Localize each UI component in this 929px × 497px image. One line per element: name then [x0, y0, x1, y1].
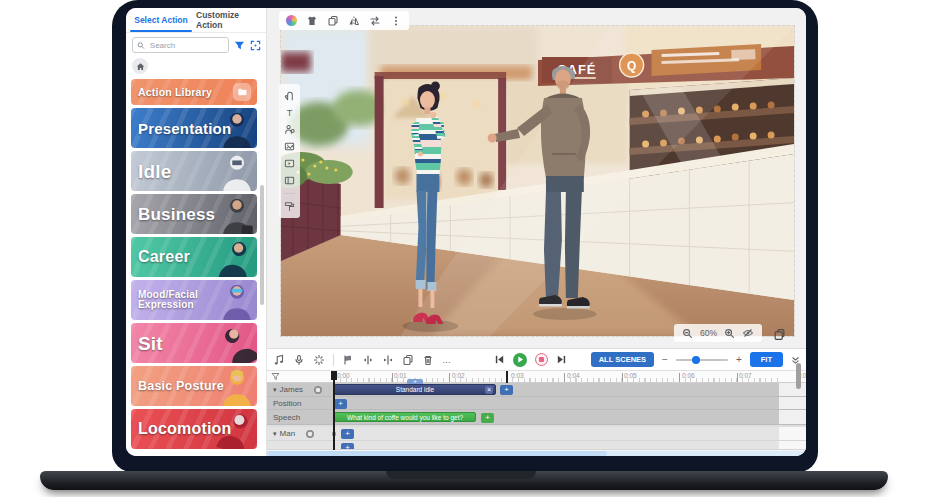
curve-flag-icon [342, 354, 354, 366]
filter-button[interactable] [234, 40, 245, 51]
scrollbar-handle[interactable] [267, 451, 607, 456]
add-position-key-button[interactable]: + [334, 399, 347, 409]
swap-arrows-icon [369, 15, 381, 27]
timeline-more-button[interactable]: … [442, 355, 452, 365]
add-action-button[interactable]: + [341, 429, 354, 439]
skip-start-button[interactable] [494, 354, 505, 365]
text-tool-button[interactable]: T [284, 107, 295, 118]
clip-standard-idle[interactable]: Standard idle × [334, 384, 496, 395]
add-effect-button[interactable] [313, 354, 325, 366]
add-music-button[interactable] [273, 354, 285, 366]
timeline-horizontal-scrollbar[interactable] [267, 451, 806, 456]
panel-layout-button[interactable] [284, 175, 295, 186]
category-presentation[interactable]: Presentation [131, 108, 257, 148]
delete-clip-button[interactable] [422, 354, 434, 366]
effect-spark-icon [313, 354, 325, 366]
action-panel: Select Action Customize Action [126, 8, 267, 456]
scene-canvas[interactable]: CAFÉ Q [280, 25, 795, 337]
tab-customize-action[interactable]: Customize Action [196, 8, 266, 32]
category-career[interactable]: Career [131, 237, 257, 277]
track-filter-button[interactable] [271, 372, 280, 381]
track-visibility-toggle[interactable] [314, 386, 322, 394]
viewport-toolbar [279, 11, 409, 30]
timeline-zoom-out[interactable]: − [662, 355, 668, 365]
panel-tabs: Select Action Customize Action [126, 8, 266, 33]
home-button[interactable] [132, 58, 148, 74]
character-tool-button[interactable] [284, 124, 295, 135]
character-style-button[interactable] [286, 15, 297, 26]
timeline-ruler[interactable]: 0:00 0:01 0:02 0:03 0:04 0:05 0:06 0:07 … [267, 371, 806, 383]
zoom-in-button[interactable] [724, 328, 735, 339]
stop-button[interactable] [535, 353, 548, 366]
character-icon [284, 124, 295, 135]
zoom-out-button[interactable] [682, 328, 693, 339]
category-scrollbar[interactable] [260, 185, 264, 305]
stop-icon [539, 357, 544, 362]
shirt-icon [306, 15, 318, 27]
mirror-button[interactable] [348, 15, 360, 27]
transition-curve-button[interactable] [342, 354, 354, 366]
category-sit[interactable]: Sit [131, 323, 257, 363]
clip-speech[interactable]: What kind of coffe would you like to get… [334, 412, 476, 422]
play-button[interactable] [513, 353, 527, 367]
tab-select-action[interactable]: Select Action [126, 8, 196, 32]
copy-icon [402, 354, 414, 366]
kebab-menu-icon [390, 15, 402, 27]
category-mood-facial-expression[interactable]: Mood/Facial Expression [131, 280, 257, 320]
add-speech-button[interactable]: + [481, 413, 494, 423]
transition-handle[interactable]: + [407, 379, 423, 384]
copy-clip-button[interactable] [402, 354, 414, 366]
playhead[interactable] [331, 371, 337, 380]
image-tool-button[interactable] [284, 141, 295, 152]
home-icon [136, 62, 145, 71]
track-label-position[interactable]: Position [267, 397, 331, 409]
track-label-james[interactable]: ▾ James [267, 383, 331, 396]
timeline-zoom-in[interactable]: + [736, 355, 742, 365]
skip-end-button[interactable] [556, 354, 567, 365]
search-box[interactable] [132, 37, 229, 53]
category-figure [215, 194, 257, 234]
image-icon [284, 141, 295, 152]
pan-tool-button[interactable] [284, 90, 295, 101]
category-figure [215, 151, 257, 191]
category-business[interactable]: Business [131, 194, 257, 234]
video-tool-button[interactable] [284, 158, 295, 169]
track-label-speech[interactable]: Speech [267, 410, 331, 424]
mirror-icon [348, 15, 360, 27]
toolbar-divider [283, 193, 296, 194]
toggle-overlay-button[interactable] [742, 327, 754, 339]
add-position-key-button[interactable]: + [341, 443, 354, 450]
category-locomotion[interactable]: Locomotion [131, 409, 257, 449]
track-label-man[interactable]: ▾ Man [267, 427, 331, 440]
category-basic-posture[interactable]: Basic Posture [131, 366, 257, 406]
split-right-button[interactable] [382, 354, 394, 366]
track-man-position: + [267, 441, 806, 450]
add-action-button[interactable]: + [500, 385, 513, 395]
slider-thumb[interactable] [692, 356, 700, 364]
duplicate-object-button[interactable] [327, 15, 339, 27]
remove-clip-button[interactable]: × [485, 386, 493, 394]
skip-end-icon [556, 354, 567, 365]
home-row [126, 56, 266, 77]
category-idle[interactable]: Idle [131, 151, 257, 191]
fit-button[interactable]: FIT [750, 352, 783, 367]
background-paint-button[interactable] [284, 201, 295, 212]
track-visibility-toggle[interactable] [306, 430, 314, 438]
expand-panel-button[interactable] [250, 40, 261, 51]
split-left-button[interactable] [362, 354, 374, 366]
timeline-zoom-slider[interactable] [676, 359, 728, 361]
record-voice-button[interactable] [293, 354, 305, 366]
more-options-button[interactable] [390, 15, 402, 27]
category-action-library[interactable]: Action Library [131, 79, 257, 105]
zoom-level: 60% [700, 328, 717, 338]
skip-start-icon [494, 354, 505, 365]
timeline-vertical-scrollbar[interactable] [796, 363, 801, 389]
palette-icon [286, 15, 297, 26]
zoom-in-icon [724, 328, 735, 339]
all-scenes-button[interactable]: ALL SCENES [591, 352, 654, 367]
search-input[interactable] [148, 40, 224, 51]
swap-button[interactable] [369, 15, 381, 27]
new-scene-button[interactable] [773, 328, 786, 341]
split-out-icon [382, 354, 394, 366]
outfit-button[interactable] [306, 15, 318, 27]
